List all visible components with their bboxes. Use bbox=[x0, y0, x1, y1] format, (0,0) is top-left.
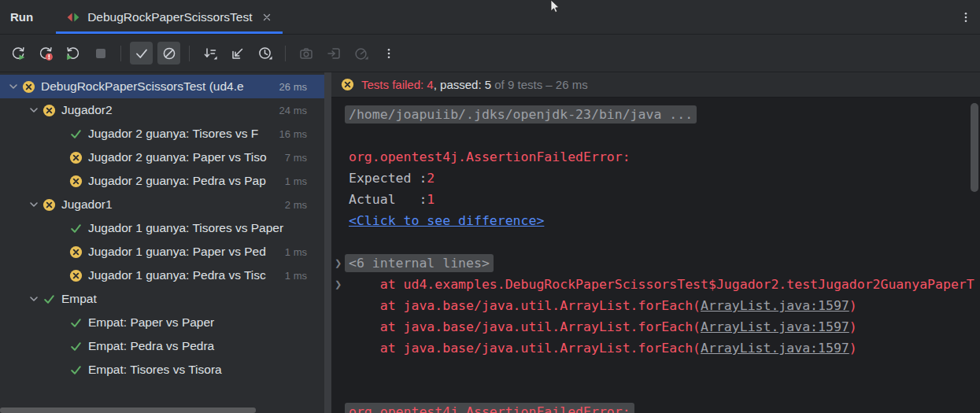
rerun-tests-button[interactable] bbox=[6, 42, 29, 65]
tab-bar: Run DebugRockPaperScissorsTest bbox=[0, 0, 980, 35]
rerun-failed-tests-icon bbox=[38, 46, 54, 61]
test-tree-row[interactable]: Jugador 1 guanya: Pedra vs Tisc1 ms bbox=[0, 264, 324, 287]
test-tree-row[interactable]: Jugador 2 guanya: Pedra vs Pap1 ms bbox=[0, 169, 324, 193]
test-failed-icon bbox=[69, 245, 83, 259]
fold-arrow-icon[interactable]: ❯ bbox=[335, 274, 342, 295]
test-label: Jugador 2 guanya: Pedra vs Pap bbox=[88, 174, 280, 188]
mouse-cursor-icon bbox=[549, 0, 560, 19]
test-label: Jugador 1 guanya: Paper vs Ped bbox=[88, 245, 280, 259]
test-label: Empat: Paper vs Paper bbox=[88, 315, 324, 330]
test-tree-row[interactable]: Jugador 1 guanya: Tisores vs Paper bbox=[0, 216, 324, 240]
console-text: at ud4.examples.DebugRockPaperScissorsTe… bbox=[349, 277, 974, 292]
sort-tests-button[interactable] bbox=[198, 42, 221, 65]
show-passed-icon bbox=[134, 46, 150, 61]
test-label: Empat: Pedra vs Pedra bbox=[88, 339, 324, 353]
run-toolbar bbox=[0, 35, 980, 72]
test-duration: 2 ms bbox=[280, 199, 324, 211]
test-label: Empat bbox=[61, 292, 324, 306]
test-tree-row[interactable]: Empat: Pedra vs Pedra bbox=[0, 334, 324, 358]
test-label: Empat: Tisores vs Tisora bbox=[88, 363, 324, 377]
test-duration: 24 ms bbox=[275, 105, 324, 116]
test-tree-row[interactable]: Jugador 2 guanya: Paper vs Tiso7 ms bbox=[0, 146, 324, 169]
test-tree-row[interactable]: Jugador 2 guanya: Tisores vs F16 ms bbox=[0, 122, 324, 146]
test-run-icon bbox=[66, 11, 80, 24]
screenshot-icon bbox=[298, 46, 314, 61]
test-duration: 1 ms bbox=[280, 246, 324, 258]
console-text: at java.base/java.util.ArrayList.forEach… bbox=[349, 341, 701, 356]
console-line: ❯<6 internal lines> bbox=[349, 253, 980, 274]
test-tree-row[interactable]: DebugRockPaperScissorsTest (ud4.e26 ms bbox=[0, 75, 324, 98]
sort-tests-icon bbox=[202, 46, 218, 61]
chevron-down-icon[interactable] bbox=[25, 198, 43, 211]
chevron-down-icon[interactable] bbox=[25, 104, 43, 116]
test-passed-icon bbox=[69, 222, 83, 235]
console-output[interactable]: /home/joapuiib/.jdks/openjdk-23/bin/java… bbox=[331, 98, 980, 413]
stacktrace-file-link[interactable]: ArrayList.java:1597 bbox=[701, 319, 849, 334]
test-duration: 7 ms bbox=[280, 152, 324, 164]
rerun-failed-tests-button[interactable] bbox=[34, 42, 57, 65]
console-text: 2 bbox=[427, 171, 435, 186]
test-duration: 1 ms bbox=[280, 175, 324, 187]
stacktrace-file-link[interactable]: ArrayList.java:1597 bbox=[701, 298, 849, 313]
console-line bbox=[349, 359, 980, 380]
test-label: Jugador 2 guanya: Tisores vs F bbox=[88, 127, 275, 141]
stop-process-icon bbox=[93, 46, 109, 61]
test-passed-icon bbox=[69, 340, 83, 353]
show-ignored-button[interactable] bbox=[157, 42, 180, 65]
scroll-down-left-button[interactable] bbox=[226, 42, 249, 65]
test-failed-icon bbox=[69, 269, 83, 282]
panel-splitter[interactable] bbox=[324, 72, 331, 413]
console-text: /home/joapuiib/.jdks/openjdk-23/bin/java… bbox=[349, 107, 693, 122]
test-tree-row[interactable]: Jugador224 ms bbox=[0, 98, 324, 122]
kebab-menu-icon[interactable] bbox=[960, 11, 972, 24]
stacktrace-file-link[interactable]: ArrayList.java:1597 bbox=[701, 341, 849, 356]
horizontal-scrollbar[interactable] bbox=[0, 407, 256, 413]
tab-debug-rock-paper-scissors-test[interactable]: DebugRockPaperScissorsTest bbox=[56, 0, 282, 34]
folded-text-chip[interactable]: /home/joapuiib/.jdks/openjdk-23/bin/java… bbox=[345, 105, 697, 124]
console-line: at java.base/java.util.ArrayList.forEach… bbox=[349, 316, 980, 337]
test-label: DebugRockPaperScissorsTest (ud4.e bbox=[41, 79, 275, 94]
test-tree-row[interactable]: Empat bbox=[0, 287, 324, 311]
console-text: <6 internal lines> bbox=[349, 256, 490, 271]
tests-failed-icon bbox=[341, 78, 354, 91]
fold-arrow-icon[interactable]: ❯ bbox=[335, 253, 342, 274]
diff-link[interactable]: <Click to see difference> bbox=[349, 213, 544, 228]
chevron-down-icon[interactable] bbox=[5, 80, 22, 93]
console-line: at java.base/java.util.ArrayList.forEach… bbox=[349, 295, 980, 316]
profiler-button bbox=[349, 42, 372, 65]
vertical-scrollbar[interactable] bbox=[971, 103, 978, 192]
show-passed-button[interactable] bbox=[130, 42, 153, 65]
test-failed-icon bbox=[69, 151, 83, 164]
test-tree-row[interactable]: Empat: Paper vs Paper bbox=[0, 311, 324, 334]
run-tool-window: Run DebugRockPaperScissorsTest bbox=[0, 0, 980, 413]
status-segment: Tests failed: 4 bbox=[361, 78, 434, 91]
folded-text-chip[interactable]: <6 internal lines> bbox=[345, 254, 494, 272]
test-failed-icon bbox=[43, 104, 56, 117]
test-passed-icon bbox=[69, 316, 83, 330]
test-failed-icon bbox=[69, 175, 83, 188]
main-area: DebugRockPaperScissorsTest (ud4.e26 msJu… bbox=[0, 72, 980, 413]
test-tree-row[interactable]: Empat: Tisores vs Tisora bbox=[0, 358, 324, 382]
toggle-auto-test-button[interactable] bbox=[61, 42, 84, 65]
test-label: Jugador 1 guanya: Pedra vs Tisc bbox=[88, 268, 280, 282]
test-tree-row[interactable]: Jugador12 ms bbox=[0, 193, 324, 216]
folded-text-chip[interactable]: org.opentest4j.AssertionFailedError: bbox=[345, 403, 634, 413]
test-duration: 26 ms bbox=[275, 81, 324, 93]
console-line: org.opentest4j.AssertionFailedError: bbox=[349, 401, 980, 413]
console-text: ) bbox=[849, 298, 857, 313]
console-line bbox=[349, 380, 980, 401]
test-tree-row[interactable]: Jugador 1 guanya: Paper vs Ped1 ms bbox=[0, 240, 324, 264]
test-status-bar: Tests failed: 4, passed: 5 of 9 tests – … bbox=[331, 72, 980, 98]
tab-title: DebugRockPaperScissorsTest bbox=[87, 10, 252, 24]
console-line bbox=[349, 231, 980, 253]
more-actions-button[interactable] bbox=[377, 42, 400, 65]
test-label: Jugador 1 guanya: Tisores vs Paper bbox=[88, 221, 324, 235]
status-segment: passed: 5 bbox=[440, 78, 491, 91]
show-ignored-icon bbox=[161, 46, 177, 61]
close-icon[interactable] bbox=[261, 12, 272, 23]
test-duration: 1 ms bbox=[280, 270, 324, 282]
test-tree: DebugRockPaperScissorsTest (ud4.e26 msJu… bbox=[0, 72, 324, 413]
test-label: Jugador1 bbox=[61, 197, 280, 212]
test-history-button[interactable] bbox=[253, 42, 276, 65]
chevron-down-icon[interactable] bbox=[25, 293, 43, 305]
